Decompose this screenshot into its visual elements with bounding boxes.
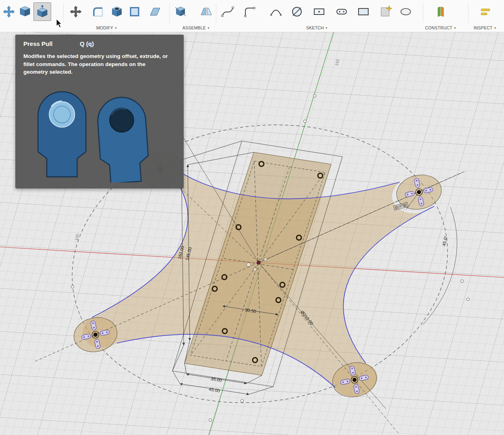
toolbar-divider [468,3,469,23]
tool-ellipse[interactable] [397,2,415,21]
tool-center-rectangle[interactable] [310,2,328,21]
arc-icon [269,4,283,19]
tooltip-title: Press Pull [23,40,80,47]
chevron-down-icon: ▼ [114,27,117,29]
press-pull-icon [35,4,50,19]
move-icon [68,4,83,19]
toolbar-divider [423,3,423,23]
pan-icon [2,4,16,19]
mouse-cursor [56,19,64,29]
tool-sketch-fillet[interactable] [241,2,259,21]
main-toolbar: MODIFY▼ ASSEMBLE▼ SKETCH▼ CONSTRUCT▼ INS… [0,0,504,32]
group-sketch-label: SKETCH [306,25,324,30]
tool-arc[interactable] [267,2,285,21]
tool-fillet[interactable] [89,2,107,21]
group-modify-label: MODIFY [96,25,113,30]
rectangle-icon [356,4,371,19]
center-rectangle-icon [312,4,326,19]
group-assemble-label: ASSEMBLE [183,25,206,30]
tool-move-copy[interactable] [67,2,85,21]
tool-trim[interactable] [288,2,306,21]
create-sketch-icon [378,4,393,19]
tool-rectangle[interactable] [355,2,372,21]
chevron-down-icon: ▼ [494,27,496,29]
part-with-selected-face [38,91,86,176]
group-construct[interactable]: CONSTRUCT▼ [418,25,463,30]
tooltip-description: Modifies the selected geometry using off… [23,52,170,76]
draft-icon [148,4,162,19]
tool-create-sketch[interactable] [377,2,394,21]
chevron-down-icon: ▼ [325,27,328,29]
chevron-down-icon: ▼ [207,27,210,29]
tool-box[interactable] [16,2,34,21]
ellipse-icon [398,4,413,19]
mirror-icon [199,4,214,19]
group-inspect-label: INSPECT [473,25,492,30]
tool-construct-plane[interactable] [432,2,450,21]
chevron-down-icon: ▼ [454,27,456,29]
group-sketch[interactable]: SKETCH▼ [297,25,337,30]
measure-icon [478,4,493,19]
toolbar-divider [216,3,216,23]
tool-measure[interactable] [477,2,494,21]
tool-pan[interactable] [0,2,18,21]
tool-mirror[interactable] [197,2,215,21]
origin-point[interactable] [257,261,260,264]
group-modify[interactable]: MODIFY▼ [87,25,127,30]
tool-spline[interactable] [219,2,236,21]
part-with-hole [96,95,150,182]
spline-icon [220,4,235,19]
trim-icon [290,4,304,19]
hole-icon [110,4,124,19]
tool-slot[interactable] [333,2,351,21]
tooltip-shortcut: Q (q) [80,40,94,47]
split-body-icon [173,4,188,19]
fillet-icon [91,4,105,19]
tool-split-body[interactable] [172,2,189,21]
shell-icon [127,4,142,19]
group-construct-label: CONSTRUCT [425,25,452,30]
group-inspect[interactable]: INSPECT▼ [466,25,504,30]
box-icon [18,4,32,19]
tool-draft[interactable] [146,2,164,21]
toolbar-divider [169,3,170,23]
construct-plane-icon [434,4,448,19]
slot-icon [334,4,349,19]
press-pull-tooltip: Press Pull Q (q) Modifies the selected g… [15,35,184,188]
press-pull-illustration [23,78,185,182]
tool-hole[interactable] [108,2,126,21]
group-assemble[interactable]: ASSEMBLE▼ [176,25,216,30]
sketch-fillet-icon [243,4,257,19]
tool-press-pull[interactable] [33,2,51,21]
tool-shell[interactable] [126,2,143,21]
